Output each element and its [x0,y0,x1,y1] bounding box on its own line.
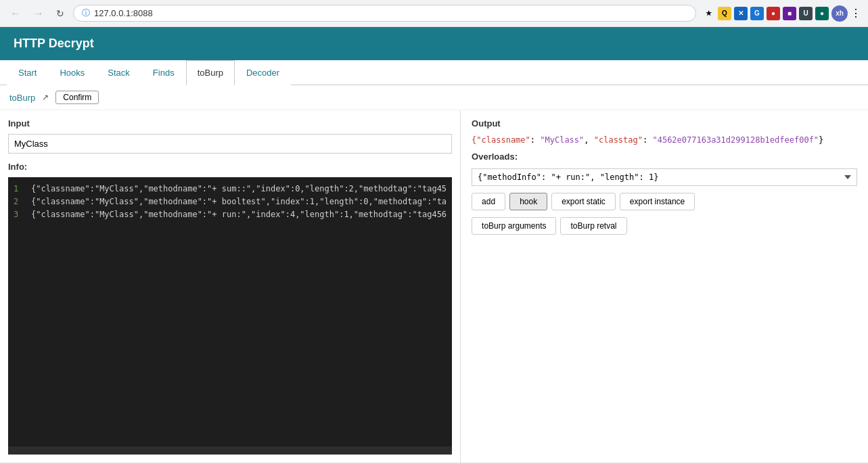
action-buttons-row2: toBurp arguments toBurp retval [472,217,857,235]
code-line-2: 2 {"classname":"MyClass","methodname":"+… [14,195,447,208]
ext-icon-5[interactable]: ■ [783,7,796,20]
line-num-1: 1 [14,183,24,195]
action-buttons: add hook export static export instance [472,193,857,210]
tab-start[interactable]: Start [7,60,48,85]
output-json: {"classname": "MyClass", "classtag": "45… [472,135,857,145]
ext-icon-3[interactable]: G [750,7,764,20]
info-label: Info: [8,162,452,172]
code-line-3: 3 {"classname":"MyClass","methodname":"+… [14,208,447,221]
ext-icon-7[interactable]: ● [815,7,829,20]
line-num-3: 3 [14,208,24,221]
star-icon[interactable]: ★ [702,7,715,20]
ext-icon-1[interactable]: Q [718,7,731,20]
right-panel: Output {"classname": "MyClass", "classta… [461,110,868,463]
export-static-button[interactable]: export static [551,193,616,210]
user-avatar[interactable]: xh [831,5,848,22]
browser-actions: ★ Q ✕ G ● ■ U ● xh ⋮ [702,5,861,22]
back-button[interactable]: ← [7,6,24,21]
tab-finds[interactable]: Finds [141,60,186,85]
code-area: 1 {"classname":"MyClass","methodname":"+… [8,177,452,455]
class-input[interactable] [8,134,452,154]
code-text-2: {"classname":"MyClass","methodname":"+ b… [31,195,447,208]
app-title: HTTP Decrypt [14,37,94,50]
reload-button[interactable]: ↻ [53,7,68,20]
code-scrollbar-x[interactable] [8,446,452,455]
arrow-icon: ↗ [42,93,49,102]
url-bar[interactable]: ⓘ 127.0.0.1:8088 [73,5,696,22]
ext-icon-4[interactable]: ● [767,7,780,20]
tab-toburp[interactable]: toBurp [186,60,235,85]
tab-decoder[interactable]: Decoder [235,60,291,85]
main-content: Input Info: 1 {"classname":"MyClass","me… [0,110,868,463]
hook-button[interactable]: hook [509,193,547,210]
overloads-label: Overloads: [472,152,857,162]
confirm-button[interactable]: Confirm [55,91,99,104]
code-line-1: 1 {"classname":"MyClass","methodname":"+… [14,183,447,195]
sub-header: toBurp ↗ Confirm [0,85,868,110]
tab-stack[interactable]: Stack [96,60,141,85]
url-text: 127.0.0.1:8088 [94,8,153,18]
ext-icon-6[interactable]: U [799,7,813,20]
export-instance-button[interactable]: export instance [620,193,695,210]
secure-icon: ⓘ [82,7,90,19]
line-num-2: 2 [14,195,24,208]
ext-icon-2[interactable]: ✕ [734,7,748,20]
menu-icon[interactable]: ⋮ [850,7,861,20]
toburp-retval-button[interactable]: toBurp retval [560,217,626,235]
code-text-1: {"classname":"MyClass","methodname":"+ s… [31,183,447,195]
app-header: HTTP Decrypt [0,27,868,60]
overload-select[interactable]: {"methodInfo": "+ run:", "length": 1} [472,168,857,186]
json-brace-open: {" [472,135,481,145]
forward-button[interactable]: → [30,6,47,21]
output-label: Output [472,118,857,129]
left-panel: Input Info: 1 {"classname":"MyClass","me… [0,110,461,463]
add-button[interactable]: add [472,193,505,210]
tab-hooks[interactable]: Hooks [48,60,96,85]
toburp-link[interactable]: toBurp [9,93,35,103]
code-text-3: {"classname":"MyClass","methodname":"+ r… [31,208,447,221]
browser-bar: ← → ↻ ⓘ 127.0.0.1:8088 ★ Q ✕ G ● ■ U ● x… [0,0,868,27]
toburp-args-button[interactable]: toBurp arguments [472,217,556,235]
input-label: Input [8,118,452,129]
nav-tabs: Start Hooks Stack Finds toBurp Decoder [0,60,868,85]
